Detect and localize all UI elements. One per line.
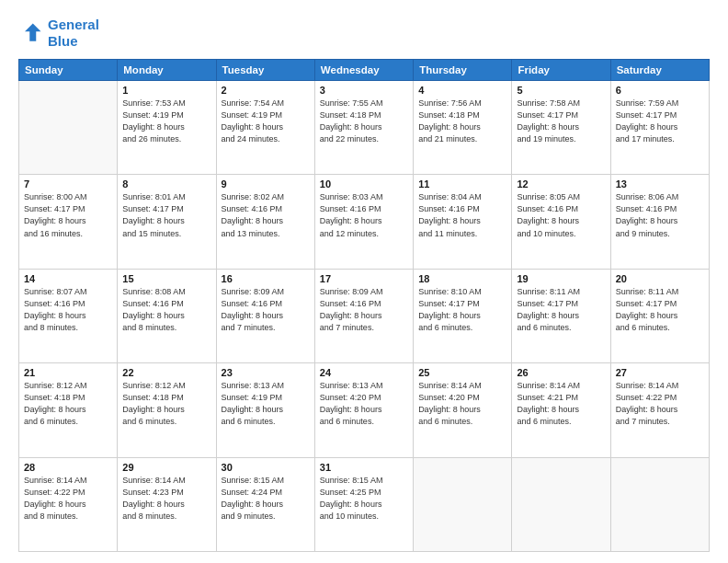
calendar-day-cell: 24Sunrise: 8:13 AM Sunset: 4:20 PM Dayli… bbox=[314, 363, 413, 457]
calendar-day-cell: 9Sunrise: 8:02 AM Sunset: 4:16 PM Daylig… bbox=[216, 175, 314, 269]
day-info: Sunrise: 8:14 AM Sunset: 4:21 PM Dayligh… bbox=[517, 380, 605, 428]
weekday-header-monday: Monday bbox=[118, 60, 216, 81]
calendar-day-cell: 13Sunrise: 8:06 AM Sunset: 4:16 PM Dayli… bbox=[610, 175, 709, 269]
day-info: Sunrise: 8:05 AM Sunset: 4:16 PM Dayligh… bbox=[517, 191, 605, 239]
calendar-day-cell: 2Sunrise: 7:54 AM Sunset: 4:19 PM Daylig… bbox=[216, 81, 314, 175]
day-number: 30 bbox=[222, 462, 310, 473]
day-number: 5 bbox=[517, 85, 605, 96]
day-number: 7 bbox=[24, 178, 112, 190]
day-info: Sunrise: 7:56 AM Sunset: 4:18 PM Dayligh… bbox=[418, 98, 506, 145]
day-number: 18 bbox=[418, 273, 506, 284]
calendar-week-row: 14Sunrise: 8:07 AM Sunset: 4:16 PM Dayli… bbox=[19, 269, 710, 362]
calendar-day-cell: 1Sunrise: 7:53 AM Sunset: 4:19 PM Daylig… bbox=[118, 81, 216, 175]
day-info: Sunrise: 8:04 AM Sunset: 4:16 PM Dayligh… bbox=[418, 191, 506, 239]
day-info: Sunrise: 8:06 AM Sunset: 4:16 PM Dayligh… bbox=[616, 191, 704, 239]
calendar-day-cell: 30Sunrise: 8:15 AM Sunset: 4:24 PM Dayli… bbox=[216, 457, 314, 551]
calendar-day-cell: 20Sunrise: 8:11 AM Sunset: 4:17 PM Dayli… bbox=[610, 269, 709, 362]
day-info: Sunrise: 8:13 AM Sunset: 4:19 PM Dayligh… bbox=[222, 380, 310, 428]
day-info: Sunrise: 8:11 AM Sunset: 4:17 PM Dayligh… bbox=[517, 286, 605, 334]
day-info: Sunrise: 8:02 AM Sunset: 4:16 PM Dayligh… bbox=[222, 191, 310, 239]
day-info: Sunrise: 8:11 AM Sunset: 4:17 PM Dayligh… bbox=[616, 286, 704, 334]
day-info: Sunrise: 8:15 AM Sunset: 4:25 PM Dayligh… bbox=[320, 475, 408, 523]
day-number: 17 bbox=[320, 273, 408, 284]
calendar-day-cell: 16Sunrise: 8:09 AM Sunset: 4:16 PM Dayli… bbox=[216, 269, 314, 362]
calendar-day-cell: 18Sunrise: 8:10 AM Sunset: 4:17 PM Dayli… bbox=[414, 269, 512, 362]
day-number: 25 bbox=[418, 367, 506, 378]
calendar-day-cell: 26Sunrise: 8:14 AM Sunset: 4:21 PM Dayli… bbox=[512, 363, 610, 457]
day-number: 19 bbox=[517, 273, 605, 284]
day-info: Sunrise: 7:58 AM Sunset: 4:17 PM Dayligh… bbox=[517, 98, 605, 145]
day-number: 6 bbox=[616, 85, 704, 96]
day-info: Sunrise: 8:09 AM Sunset: 4:16 PM Dayligh… bbox=[320, 286, 408, 334]
calendar-day-cell bbox=[19, 81, 118, 175]
day-info: Sunrise: 8:10 AM Sunset: 4:17 PM Dayligh… bbox=[418, 286, 506, 334]
calendar-day-cell: 27Sunrise: 8:14 AM Sunset: 4:22 PM Dayli… bbox=[610, 363, 709, 457]
calendar-day-cell: 25Sunrise: 8:14 AM Sunset: 4:20 PM Dayli… bbox=[414, 363, 512, 457]
weekday-header-tuesday: Tuesday bbox=[216, 60, 314, 81]
calendar-day-cell: 31Sunrise: 8:15 AM Sunset: 4:25 PM Dayli… bbox=[314, 457, 413, 551]
day-number: 28 bbox=[24, 462, 112, 473]
day-info: Sunrise: 8:12 AM Sunset: 4:18 PM Dayligh… bbox=[122, 380, 210, 428]
weekday-header-thursday: Thursday bbox=[414, 60, 512, 81]
calendar-week-row: 21Sunrise: 8:12 AM Sunset: 4:18 PM Dayli… bbox=[19, 363, 710, 457]
day-info: Sunrise: 8:00 AM Sunset: 4:17 PM Dayligh… bbox=[24, 191, 112, 239]
day-info: Sunrise: 8:14 AM Sunset: 4:22 PM Dayligh… bbox=[24, 475, 112, 523]
day-info: Sunrise: 8:01 AM Sunset: 4:17 PM Dayligh… bbox=[122, 191, 210, 239]
calendar-day-cell: 29Sunrise: 8:14 AM Sunset: 4:23 PM Dayli… bbox=[118, 457, 216, 551]
calendar-day-cell: 5Sunrise: 7:58 AM Sunset: 4:17 PM Daylig… bbox=[512, 81, 610, 175]
calendar-day-cell: 6Sunrise: 7:59 AM Sunset: 4:17 PM Daylig… bbox=[610, 81, 709, 175]
day-number: 23 bbox=[222, 367, 310, 378]
calendar-week-row: 1Sunrise: 7:53 AM Sunset: 4:19 PM Daylig… bbox=[19, 81, 710, 175]
day-number: 13 bbox=[616, 178, 704, 190]
calendar-week-row: 7Sunrise: 8:00 AM Sunset: 4:17 PM Daylig… bbox=[19, 175, 710, 269]
day-info: Sunrise: 8:09 AM Sunset: 4:16 PM Dayligh… bbox=[222, 286, 310, 334]
day-number: 14 bbox=[24, 273, 112, 284]
day-number: 9 bbox=[222, 178, 310, 190]
calendar-day-cell: 21Sunrise: 8:12 AM Sunset: 4:18 PM Dayli… bbox=[19, 363, 118, 457]
weekday-header-friday: Friday bbox=[512, 60, 610, 81]
day-number: 31 bbox=[320, 462, 408, 473]
day-number: 27 bbox=[616, 367, 704, 378]
day-info: Sunrise: 7:54 AM Sunset: 4:19 PM Dayligh… bbox=[222, 98, 310, 145]
day-number: 26 bbox=[517, 367, 605, 378]
svg-marker-0 bbox=[25, 24, 41, 41]
day-number: 12 bbox=[517, 178, 605, 190]
calendar-day-cell bbox=[610, 457, 709, 551]
logo-text: General Blue bbox=[48, 17, 99, 50]
calendar-day-cell: 14Sunrise: 8:07 AM Sunset: 4:16 PM Dayli… bbox=[19, 269, 118, 362]
weekday-header-row: SundayMondayTuesdayWednesdayThursdayFrid… bbox=[19, 60, 710, 81]
day-info: Sunrise: 8:07 AM Sunset: 4:16 PM Dayligh… bbox=[24, 286, 112, 334]
day-info: Sunrise: 8:14 AM Sunset: 4:20 PM Dayligh… bbox=[418, 380, 506, 428]
day-number: 29 bbox=[122, 462, 210, 473]
day-number: 21 bbox=[24, 367, 112, 378]
calendar-day-cell: 8Sunrise: 8:01 AM Sunset: 4:17 PM Daylig… bbox=[118, 175, 216, 269]
day-number: 22 bbox=[122, 367, 210, 378]
day-info: Sunrise: 8:03 AM Sunset: 4:16 PM Dayligh… bbox=[320, 191, 408, 239]
day-info: Sunrise: 7:55 AM Sunset: 4:18 PM Dayligh… bbox=[320, 98, 408, 145]
day-info: Sunrise: 8:13 AM Sunset: 4:20 PM Dayligh… bbox=[320, 380, 408, 428]
day-info: Sunrise: 8:14 AM Sunset: 4:22 PM Dayligh… bbox=[616, 380, 704, 428]
day-number: 10 bbox=[320, 178, 408, 190]
calendar-day-cell: 15Sunrise: 8:08 AM Sunset: 4:16 PM Dayli… bbox=[118, 269, 216, 362]
day-info: Sunrise: 8:12 AM Sunset: 4:18 PM Dayligh… bbox=[24, 380, 112, 428]
day-number: 2 bbox=[222, 85, 310, 96]
calendar-day-cell: 11Sunrise: 8:04 AM Sunset: 4:16 PM Dayli… bbox=[414, 175, 512, 269]
day-info: Sunrise: 8:08 AM Sunset: 4:16 PM Dayligh… bbox=[122, 286, 210, 334]
day-number: 24 bbox=[320, 367, 408, 378]
day-number: 11 bbox=[418, 178, 506, 190]
calendar-day-cell: 12Sunrise: 8:05 AM Sunset: 4:16 PM Dayli… bbox=[512, 175, 610, 269]
day-number: 3 bbox=[320, 85, 408, 96]
page: General Blue SundayMondayTuesdayWednesda… bbox=[0, 0, 728, 563]
calendar-day-cell: 22Sunrise: 8:12 AM Sunset: 4:18 PM Dayli… bbox=[118, 363, 216, 457]
header: General Blue bbox=[18, 17, 710, 50]
calendar-day-cell bbox=[414, 457, 512, 551]
day-info: Sunrise: 8:15 AM Sunset: 4:24 PM Dayligh… bbox=[222, 475, 310, 523]
calendar-day-cell: 7Sunrise: 8:00 AM Sunset: 4:17 PM Daylig… bbox=[19, 175, 118, 269]
calendar-day-cell: 10Sunrise: 8:03 AM Sunset: 4:16 PM Dayli… bbox=[314, 175, 413, 269]
calendar-day-cell: 17Sunrise: 8:09 AM Sunset: 4:16 PM Dayli… bbox=[314, 269, 413, 362]
calendar-day-cell: 23Sunrise: 8:13 AM Sunset: 4:19 PM Dayli… bbox=[216, 363, 314, 457]
weekday-header-saturday: Saturday bbox=[610, 60, 709, 81]
day-info: Sunrise: 8:14 AM Sunset: 4:23 PM Dayligh… bbox=[122, 475, 210, 523]
day-number: 8 bbox=[122, 178, 210, 190]
day-number: 16 bbox=[222, 273, 310, 284]
